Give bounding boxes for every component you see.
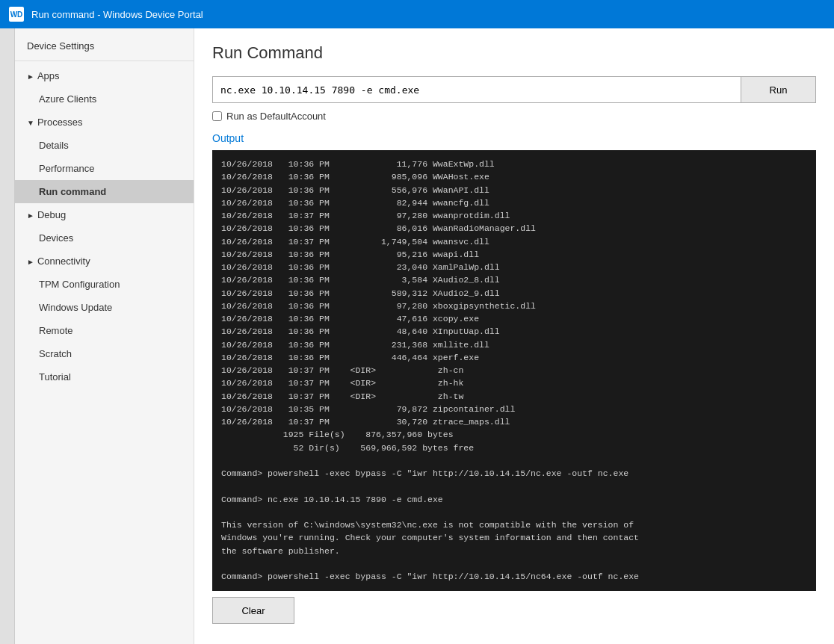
processes-arrow: ▼ xyxy=(27,119,34,127)
sidebar-item-connectivity[interactable]: ►Connectivity xyxy=(15,250,194,273)
command-input[interactable] xyxy=(212,76,741,103)
sidebar: Device Settings ►Apps Azure Clients ▼Pro… xyxy=(15,28,194,644)
sidebar-item-device-settings[interactable]: Device Settings xyxy=(15,34,194,58)
connectivity-arrow: ► xyxy=(27,258,34,266)
sidebar-separator xyxy=(0,28,15,644)
apps-arrow: ► xyxy=(27,72,34,81)
debug-arrow: ► xyxy=(27,211,34,220)
window-title: Run command - Windows Device Portal xyxy=(31,9,203,20)
output-label: Output xyxy=(212,132,816,144)
sidebar-item-details[interactable]: Details xyxy=(15,134,194,157)
sidebar-item-remote[interactable]: Remote xyxy=(15,319,194,342)
run-button[interactable]: Run xyxy=(741,76,816,103)
page-title: Run Command xyxy=(212,43,816,63)
command-row: Run xyxy=(212,76,816,103)
sidebar-item-tpm-configuration[interactable]: TPM Configuration xyxy=(15,273,194,296)
sidebar-item-debug[interactable]: ►Debug xyxy=(15,203,194,226)
app-icon: WD xyxy=(9,7,24,22)
run-as-default-checkbox[interactable] xyxy=(212,111,222,121)
sidebar-item-run-command[interactable]: Run command xyxy=(15,180,194,203)
run-as-default-label: Run as DefaultAccount xyxy=(226,111,326,122)
main-content: Run Command Run Run as DefaultAccount Ou… xyxy=(194,28,834,644)
sidebar-item-windows-update[interactable]: Windows Update xyxy=(15,296,194,319)
run-as-default-row: Run as DefaultAccount xyxy=(212,111,816,122)
sidebar-item-devices[interactable]: Devices xyxy=(15,226,194,250)
sidebar-item-scratch[interactable]: Scratch xyxy=(15,342,194,365)
clear-button[interactable]: Clear xyxy=(212,597,294,624)
titlebar: WD Run command - Windows Device Portal xyxy=(0,0,834,28)
sidebar-item-tutorial[interactable]: Tutorial xyxy=(15,365,194,388)
sidebar-item-apps[interactable]: ►Apps xyxy=(15,64,194,87)
sidebar-item-processes[interactable]: ▼Processes xyxy=(15,111,194,134)
terminal-output[interactable]: 10/26/2018 10:36 PM 11,776 WwaExtWp.dll … xyxy=(212,150,816,591)
sidebar-item-performance[interactable]: Performance xyxy=(15,157,194,180)
sidebar-item-azure-clients[interactable]: Azure Clients xyxy=(15,87,194,111)
